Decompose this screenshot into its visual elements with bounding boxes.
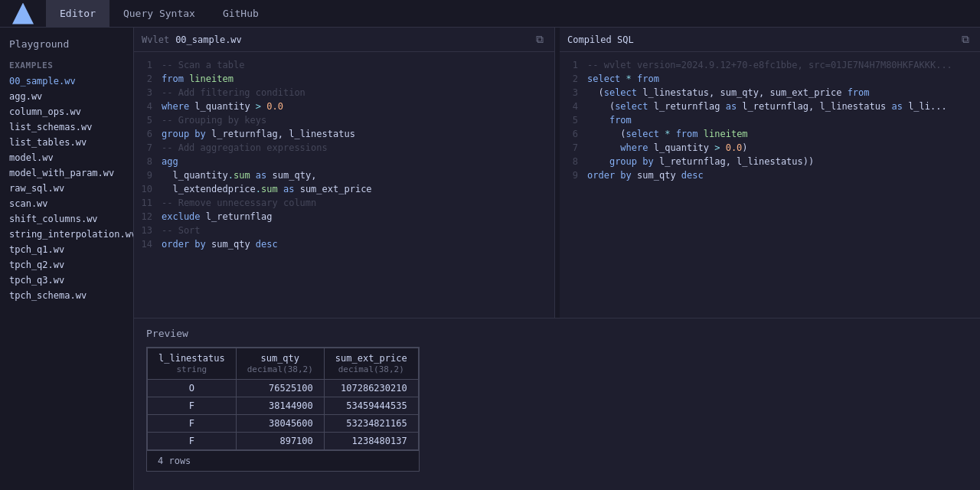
- wvlet-code-area[interactable]: 1 -- Scan a table 2 from lineitem 3 -- A…: [134, 52, 554, 318]
- wvlet-copy-button[interactable]: ⧉: [533, 33, 547, 47]
- wvlet-line-9: 9 l_quantity.sum as sum_qty,: [134, 168, 554, 182]
- wvlet-line-10: 10 l_extendedprice.sum as sum_ext_price: [134, 182, 554, 196]
- compiled-pane-header: Compiled SQL ⧉: [560, 28, 980, 52]
- sidebar-item-5[interactable]: model.wv: [0, 150, 133, 165]
- wvlet-line-3: 3 -- Add filtering condition: [134, 86, 554, 100]
- wvlet-line-12: 12 exclude l_returnflag: [134, 210, 554, 224]
- sidebar-item-2[interactable]: column_ops.wv: [0, 104, 133, 119]
- wvlet-line-8: 8 agg: [134, 155, 554, 168]
- sidebar-item-10[interactable]: string_interpolation.wv: [0, 227, 133, 242]
- sidebar-item-12[interactable]: tpch_q2.wv: [0, 257, 133, 273]
- wvlet-line-6: 6 group by l_returnflag, l_linestatus: [134, 127, 554, 141]
- col-header-sum-ext-price: sum_ext_pricedecimal(38,2): [324, 348, 418, 380]
- sidebar-item-6[interactable]: model_with_param.wv: [0, 165, 133, 181]
- cell-sum-ext-price: 1238480137: [324, 433, 418, 450]
- cell-linestatus: O: [148, 380, 237, 397]
- cell-sum-ext-price: 53459444535: [324, 397, 418, 415]
- nav-tab-github[interactable]: GitHub: [209, 0, 273, 27]
- compiled-line-4: 4 (select l_returnflag as l_returnflag, …: [560, 100, 980, 113]
- wvlet-line-4: 4 where l_quantity > 0.0: [134, 100, 554, 113]
- wvlet-line-1: 1 -- Scan a table: [134, 58, 554, 72]
- sidebar-item-0[interactable]: 00_sample.wv: [0, 74, 133, 89]
- sidebar: Playground Examples 00_sample.wv agg.wv …: [0, 28, 134, 490]
- col-header-sum-qty: sum_qtydecimal(38,2): [236, 348, 324, 380]
- compiled-line-3: 3 (select l_linestatus, sum_qty, sum_ext…: [560, 86, 980, 100]
- table-row: F 38144900 53459444535: [148, 397, 419, 415]
- cell-sum-ext-price: 107286230210: [324, 380, 418, 397]
- wvlet-filename: 00_sample.wv: [175, 34, 242, 45]
- cell-sum-qty: 76525100: [236, 380, 324, 397]
- sidebar-item-7[interactable]: raw_sql.wv: [0, 181, 133, 196]
- cell-sum-qty: 897100: [236, 433, 324, 450]
- nav-tab-editor[interactable]: Editor: [46, 0, 109, 27]
- sidebar-item-13[interactable]: tpch_q3.wv: [0, 273, 133, 288]
- sidebar-item-4[interactable]: list_tables.wv: [0, 135, 133, 150]
- content-area: Wvlet 00_sample.wv ⧉ 1 -- Scan a table 2…: [134, 28, 980, 490]
- compiled-line-5: 5 from: [560, 113, 980, 127]
- cell-sum-qty: 38045600: [236, 415, 324, 433]
- wvlet-line-7: 7 -- Add aggregation expressions: [134, 141, 554, 155]
- sidebar-item-9[interactable]: shift_columns.wv: [0, 211, 133, 227]
- wvlet-pane-header: Wvlet 00_sample.wv ⧉: [134, 28, 554, 52]
- compiled-sql-pane: Compiled SQL ⧉ 1 -- wvlet version=2024.9…: [560, 28, 980, 318]
- compiled-code-area[interactable]: 1 -- wvlet version=2024.9.12+70-e8fc1bbe…: [560, 52, 980, 318]
- compiled-line-8: 8 group by l_returnflag, l_linestatus)): [560, 155, 980, 168]
- wvlet-line-5: 5 -- Grouping by keys: [134, 113, 554, 127]
- wvlet-line-13: 13 -- Sort: [134, 224, 554, 237]
- wvlet-line-14: 14 order by sum_qty desc: [134, 237, 554, 251]
- sidebar-item-14[interactable]: tpch_schema.wv: [0, 288, 133, 303]
- wvlet-label: Wvlet: [142, 34, 169, 45]
- cell-linestatus: F: [148, 397, 237, 415]
- compiled-line-9: 9 order by sum_qty desc: [560, 168, 980, 182]
- sidebar-item-3[interactable]: list_schemas.wv: [0, 119, 133, 135]
- preview-label: Preview: [146, 328, 968, 339]
- col-header-linestatus: l_linestatusstring: [148, 348, 237, 380]
- compiled-line-1: 1 -- wvlet version=2024.9.12+70-e8fc1bbe…: [560, 58, 980, 72]
- table-row: F 897100 1238480137: [148, 433, 419, 450]
- wvlet-header-left: Wvlet 00_sample.wv: [142, 34, 242, 45]
- cell-sum-qty: 38144900: [236, 397, 324, 415]
- cell-linestatus: F: [148, 415, 237, 433]
- topnav: Editor Query Syntax GitHub: [0, 0, 980, 28]
- table-row-count: 4 rows: [147, 450, 419, 471]
- nav-tab-query-syntax[interactable]: Query Syntax: [109, 0, 209, 27]
- sidebar-item-1[interactable]: agg.wv: [0, 89, 133, 104]
- table-row: F 38045600 53234821165: [148, 415, 419, 433]
- compiled-line-7: 7 where l_quantity > 0.0): [560, 141, 980, 155]
- cell-linestatus: F: [148, 433, 237, 450]
- sidebar-playground[interactable]: Playground: [0, 34, 133, 54]
- main-layout: Playground Examples 00_sample.wv agg.wv …: [0, 28, 980, 490]
- preview-table-wrap: l_linestatusstring sum_qtydecimal(38,2) …: [146, 347, 420, 472]
- sidebar-item-8[interactable]: scan.wv: [0, 196, 133, 211]
- compiled-line-2: 2 select * from: [560, 72, 980, 86]
- editor-row: Wvlet 00_sample.wv ⧉ 1 -- Scan a table 2…: [134, 28, 980, 318]
- preview-area: Preview l_linestatusstring sum_qtydecima…: [134, 318, 980, 490]
- logo: [0, 0, 46, 27]
- wvlet-line-11: 11 -- Remove unnecessary column: [134, 196, 554, 210]
- compiled-copy-button[interactable]: ⧉: [959, 33, 972, 47]
- preview-table: l_linestatusstring sum_qtydecimal(38,2) …: [147, 348, 419, 450]
- compiled-header-left: Compiled SQL: [567, 34, 634, 45]
- sidebar-examples-label: Examples: [0, 54, 133, 74]
- sidebar-item-11[interactable]: tpch_q1.wv: [0, 242, 133, 257]
- logo-icon: [12, 3, 34, 24]
- cell-sum-ext-price: 53234821165: [324, 415, 418, 433]
- compiled-line-6: 6 (select * from lineitem: [560, 127, 980, 141]
- table-row: O 76525100 107286230210: [148, 380, 419, 397]
- wvlet-pane: Wvlet 00_sample.wv ⧉ 1 -- Scan a table 2…: [134, 28, 555, 318]
- compiled-label: Compiled SQL: [567, 34, 634, 45]
- wvlet-line-2: 2 from lineitem: [134, 72, 554, 86]
